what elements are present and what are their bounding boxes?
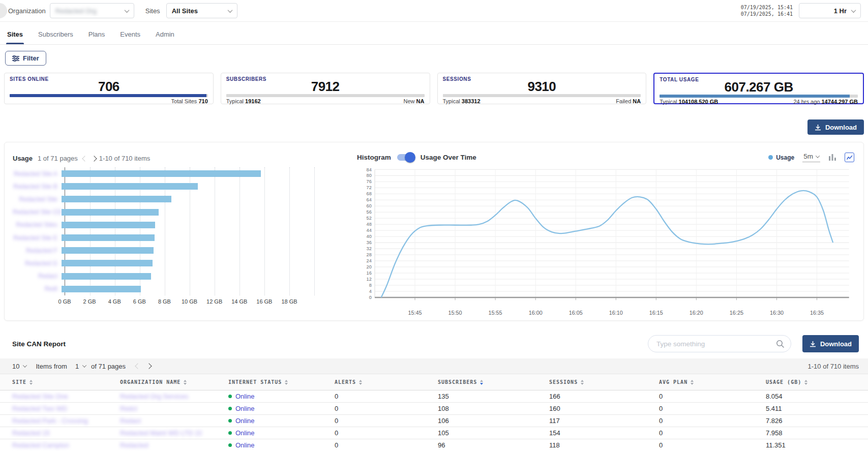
table-next-page-icon[interactable] <box>146 363 152 369</box>
sort-down-icon[interactable] <box>285 383 288 385</box>
bar-row-site-label[interactable]: Redt <box>13 285 62 292</box>
sort-up-icon[interactable] <box>184 380 187 382</box>
stat-card-sessions[interactable]: SESSIONS9310Typical 383312Failed NA <box>437 73 647 104</box>
report-download-button[interactable]: Download <box>802 335 859 352</box>
histogram-label: Histogram <box>357 154 391 161</box>
sort-down-icon[interactable] <box>691 383 694 385</box>
online-link[interactable]: Online <box>235 393 255 400</box>
download-button[interactable]: Download <box>807 119 864 135</box>
sort-up-icon[interactable] <box>480 380 483 382</box>
tab-plans[interactable]: Plans <box>87 25 106 44</box>
usage-gb-value: 7.826 <box>766 417 868 425</box>
bar-row-site-label[interactable]: Redacted F <box>13 247 62 254</box>
tab-admin[interactable]: Admin <box>155 25 175 44</box>
svg-text:24: 24 <box>367 258 372 263</box>
usage-bar[interactable] <box>62 170 261 177</box>
prev-page-icon[interactable] <box>82 156 87 161</box>
sort-down-icon[interactable] <box>29 383 33 385</box>
bar-row-site-label[interactable]: Redact <box>13 273 62 280</box>
main-tabs: SitesSubscribersPlansEventsAdmin <box>0 22 868 45</box>
usage-bar[interactable] <box>62 196 171 202</box>
usage-bar[interactable] <box>62 222 155 228</box>
sort-down-icon[interactable] <box>480 383 483 385</box>
sort-down-icon[interactable] <box>804 383 807 385</box>
page-number-select[interactable]: 1 <box>75 363 86 370</box>
sort-down-icon[interactable] <box>581 383 584 385</box>
column-header-subscribers[interactable]: SUBSCRIBERS <box>438 379 549 385</box>
corner-avatar[interactable] <box>0 3 7 18</box>
sort-up-icon[interactable] <box>691 380 694 382</box>
organization-select[interactable]: Redacted Org <box>50 3 134 18</box>
stat-card-sites-online[interactable]: SITES ONLINE706Total Sites 710 <box>4 73 214 104</box>
bar-x-tick-label: 0 GB <box>58 298 71 305</box>
tab-subscribers[interactable]: Subscribers <box>37 25 74 44</box>
site-link[interactable]: Redacted Campton <box>12 441 120 449</box>
histogram-usage-toggle[interactable] <box>397 154 413 161</box>
stat-card-footer-left: Typical 383312 <box>443 98 481 104</box>
column-header-site[interactable]: SITE <box>12 379 120 385</box>
column-header-usage-gb-[interactable]: USAGE (GB) <box>766 379 868 385</box>
table-prev-page-icon[interactable] <box>135 363 140 369</box>
usage-bar[interactable] <box>62 273 151 280</box>
usage-bar[interactable] <box>62 234 155 241</box>
stat-card-subscribers[interactable]: SUBSCRIBERS7912Typical 19162New NA <box>221 73 430 104</box>
svg-text:16: 16 <box>367 270 372 276</box>
site-link[interactable]: Redacted Park - Crossing <box>12 417 120 425</box>
online-link[interactable]: Online <box>235 441 255 449</box>
organization-link[interactable]: Redacted Maint WD LTD 22 <box>120 429 228 437</box>
usage-bar[interactable] <box>62 247 154 254</box>
status-dot-icon <box>228 443 232 447</box>
bar-row-site-label[interactable]: Redacted Site A <box>13 170 62 177</box>
tab-sites[interactable]: Sites <box>6 25 24 44</box>
page-size-select[interactable]: 10 <box>12 363 26 370</box>
organization-link[interactable]: Redacted <box>120 441 228 449</box>
site-link[interactable]: Redacted Site One <box>12 393 120 400</box>
search-input[interactable] <box>656 340 776 348</box>
column-header-organization-name[interactable]: ORGANIZATION NAME <box>120 379 228 385</box>
column-header-sessions[interactable]: SESSIONS <box>549 379 659 385</box>
bar-row-site-label[interactable]: Redacted Site B <box>13 183 62 190</box>
usage-bar[interactable] <box>62 286 141 292</box>
usage-bar[interactable] <box>62 260 153 266</box>
filter-button[interactable]: Filter <box>5 51 46 66</box>
online-link[interactable]: Online <box>235 429 255 437</box>
bar-row-site-label[interactable]: Redacted Site E <box>13 234 62 242</box>
sort-up-icon[interactable] <box>285 380 288 382</box>
sort-up-icon[interactable] <box>29 380 33 382</box>
bar-track <box>62 234 331 241</box>
search-icon[interactable] <box>776 340 785 348</box>
bar-view-button[interactable] <box>828 154 836 161</box>
next-page-icon[interactable] <box>91 156 97 161</box>
interval-select[interactable]: 5m <box>802 153 820 162</box>
stat-card-total-usage[interactable]: TOTAL USAGE607.267 GBTypical 104108.520 … <box>653 73 864 104</box>
alerts-value: 0 <box>335 417 438 425</box>
column-header-internet-status[interactable]: INTERNET STATUS <box>228 379 335 385</box>
time-range-select[interactable]: 1 Hr <box>799 3 861 18</box>
bar-row-site-label[interactable]: Redacted Sites <box>13 221 62 228</box>
bar-row-site-label[interactable]: Redacted G <box>13 260 62 267</box>
sites-select[interactable]: All Sites <box>166 3 237 18</box>
bar-row-site-label[interactable]: Redacted Site <box>13 196 62 203</box>
sort-down-icon[interactable] <box>359 383 362 385</box>
column-header-alerts[interactable]: ALERTS <box>335 379 438 385</box>
subscribers-value: 108 <box>438 405 549 412</box>
bar-row-site-label[interactable]: Redacted Site CD <box>13 208 62 216</box>
sort-down-icon[interactable] <box>184 383 187 385</box>
usage-bar[interactable] <box>62 209 159 216</box>
usage-bar[interactable] <box>62 183 198 190</box>
sort-up-icon[interactable] <box>359 380 362 382</box>
online-link[interactable]: Online <box>235 417 255 425</box>
organization-link[interactable]: Redacted Org Services <box>120 393 228 400</box>
tab-events[interactable]: Events <box>119 25 141 44</box>
site-link[interactable]: Redacted 15 <box>12 429 120 437</box>
stat-card-progress <box>226 94 425 97</box>
online-link[interactable]: Online <box>235 405 255 412</box>
chevron-down-icon <box>23 363 27 367</box>
line-view-button[interactable] <box>845 153 854 162</box>
organization-link[interactable]: Redact <box>120 417 228 425</box>
column-header-avg-plan[interactable]: AVG PLAN <box>659 379 766 385</box>
sort-up-icon[interactable] <box>804 380 807 382</box>
site-link[interactable]: Redacted Two WD <box>12 405 120 412</box>
sort-up-icon[interactable] <box>581 380 584 382</box>
organization-link[interactable]: Redct <box>120 405 228 412</box>
